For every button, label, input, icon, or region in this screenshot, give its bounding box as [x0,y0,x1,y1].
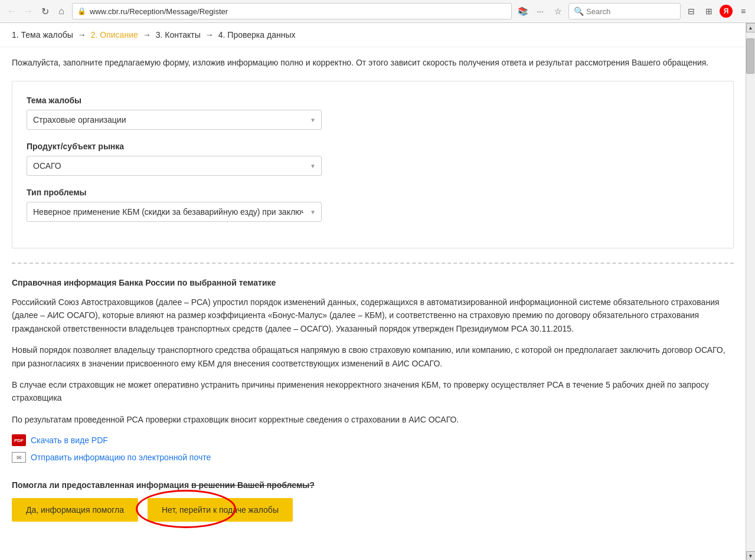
scrollbar[interactable]: ▲ ▼ [746,23,755,560]
arrow-1: → [78,30,86,40]
question-text: Помогла ли предоставленная информация в … [12,480,734,490]
scrollbar-thumb[interactable] [746,38,754,74]
intro-text: Пожалуйста, заполните предлагаемую форму… [0,47,746,81]
email-link-row: ✉ Отправить информацию по электронной по… [12,452,734,463]
forward-button[interactable]: → [21,4,35,18]
field2-select[interactable]: ОСАГО [27,156,322,176]
yandex-badge: Я [720,5,733,18]
address-bar[interactable]: 🔒 [72,3,512,19]
field3-select[interactable]: Неверное применение КБМ (скидки за безав… [27,202,322,222]
browser-toolbar: ← → ↻ ⌂ 🔒 📚 ··· ☆ 🔍 ⊟ ⊞ Я ≡ [0,0,755,22]
email-icon: ✉ [12,452,26,463]
scrollbar-up-arrow[interactable]: ▲ [746,23,756,32]
info-paragraph-2: Новый порядок позволяет владельцу трансп… [12,343,734,370]
scrollbar-track[interactable] [746,32,755,551]
field3-select-wrapper[interactable]: Неверное применение КБМ (скидки за безав… [27,202,322,222]
info-section: Справочная информация Банка России по вы… [12,278,734,463]
arrow-3: → [205,30,214,40]
refresh-button[interactable]: ↻ [38,4,52,18]
field2-label: Продукт/субъект рынка [27,142,719,151]
search-icon: 🔍 [574,6,584,16]
pdf-icon: PDF [12,434,26,446]
form-section: Тема жалобы Страховые организации Продук… [12,81,734,248]
hamburger-menu[interactable]: ≡ [736,4,750,18]
yes-button[interactable]: Да, информация помогла [12,498,138,522]
bookmarks-icon[interactable]: 📚 [515,4,530,18]
home-button[interactable]: ⌂ [54,4,68,18]
steps-bar: 1. Тема жалобы → 2. Описание → 3. Контак… [0,23,746,47]
search-box[interactable]: 🔍 [568,3,681,19]
search-input[interactable] [586,7,675,16]
page-content: 1. Тема жалобы → 2. Описание → 3. Контак… [0,23,746,560]
form-field-product: Продукт/субъект рынка ОСАГО [27,142,719,176]
field1-select-wrapper[interactable]: Страховые организации [27,110,322,130]
nav-buttons: ← → ↻ ⌂ [5,4,68,18]
question-section: Помогла ли предоставленная информация в … [12,474,734,522]
dotted-separator [12,263,734,264]
step-1: 1. Тема жалобы [12,30,73,40]
question-text-part1: Помогла ли предоставленная информация [12,480,189,490]
info-paragraph-4: По результатам проведенной РСА проверки … [12,413,734,426]
address-input[interactable] [90,7,506,16]
form-field-problem-type: Тип проблемы Неверное применение КБМ (ск… [27,188,719,222]
info-paragraph-1: Российский Союз Автостраховщиков (далее … [12,296,734,335]
email-send-link[interactable]: Отправить информацию по электронной почт… [31,453,211,462]
step-4: 4. Проверка данных [218,30,296,40]
intro-paragraph: Пожалуйста, заполните предлагаемую форму… [12,57,734,69]
page-wrapper: 1. Тема жалобы → 2. Описание → 3. Контак… [0,23,755,560]
pdf-download-link[interactable]: Скачать в виде PDF [31,435,108,445]
back-button[interactable]: ← [5,4,19,18]
step-2: 2. Описание [91,30,138,40]
field3-label: Тип проблемы [27,188,719,197]
no-button[interactable]: Нет, перейти к подаче жалобы [148,498,293,522]
tabs-icon[interactable]: ⊞ [702,4,716,18]
field1-label: Тема жалобы [27,96,719,105]
pdf-link-row: PDF Скачать в виде PDF [12,434,734,446]
step-3: 3. Контакты [156,30,201,40]
buttons-row: Да, информация помогла Нет, перейти к по… [12,498,734,522]
btn-no-wrapper: Нет, перейти к подаче жалобы [148,498,293,522]
toolbar-right: 📚 ··· ☆ 🔍 ⊟ ⊞ Я ≡ [515,3,750,19]
info-paragraph-3: В случае если страховщик не может операт… [12,378,734,405]
sidebar-icon[interactable]: ⊟ [684,4,698,18]
question-text-strikethrough: в решении Вашей проблемы? [191,480,315,490]
browser-chrome: ← → ↻ ⌂ 🔒 📚 ··· ☆ 🔍 ⊟ ⊞ Я ≡ [0,0,755,23]
lock-icon: 🔒 [77,7,86,15]
field2-select-wrapper[interactable]: ОСАГО [27,156,322,176]
field1-select[interactable]: Страховые организации [27,110,322,130]
bookmark-star-icon[interactable]: ☆ [551,4,565,18]
info-title: Справочная информация Банка России по вы… [12,278,734,287]
menu-dots-button[interactable]: ··· [533,4,547,18]
form-field-topic: Тема жалобы Страховые организации [27,96,719,130]
scrollbar-down-arrow[interactable]: ▼ [746,551,756,560]
arrow-2: → [143,30,151,40]
